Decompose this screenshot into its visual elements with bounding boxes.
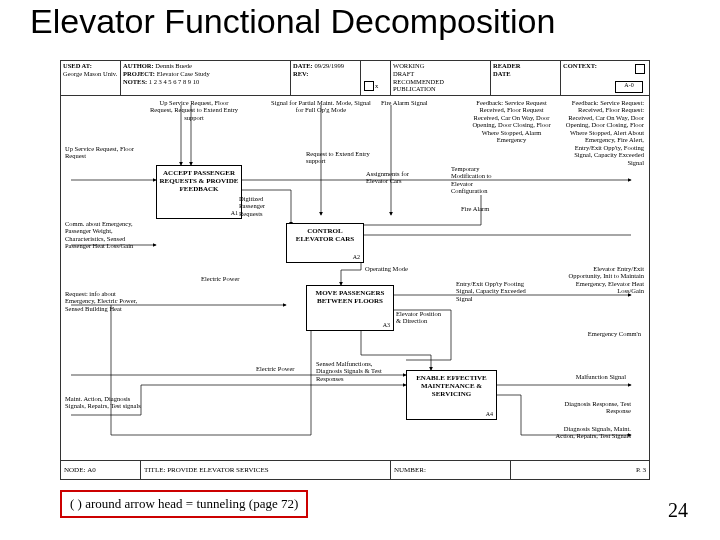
lbl-firealarm: Fire Alarm Signal — [381, 99, 451, 106]
hdr-project: Elevator Case Study — [157, 70, 210, 77]
lbl-opmode: Operating Mode — [365, 265, 410, 272]
hdr-recommended: RECOMMENDED — [393, 78, 488, 86]
lbl-electric: Electric Power — [201, 275, 241, 282]
hdr-project-label: PROJECT: — [123, 70, 155, 77]
diagram-canvas: ACCEPT PASSENGER REQUESTS & PROVIDE FEED… — [61, 95, 649, 461]
lbl-entryexit: Entry/Exit Opp'ty Footing Signal, Capaci… — [456, 280, 526, 302]
idef0-diagram: USED AT: George Mason Univ. AUTHOR: Denn… — [60, 60, 650, 480]
hdr-context: CONTEXT: — [563, 62, 597, 69]
lbl-electric2: Electric Power — [256, 365, 296, 372]
fn-a4-id: A4 — [486, 411, 493, 418]
lbl-firealarm2: Fire Alarm — [461, 205, 501, 212]
hdr-publication: PUBLICATION — [393, 85, 488, 93]
context-a0: A-0 — [615, 81, 643, 93]
lbl-upservice-top: Up Service Request, Floor Request, Reque… — [149, 99, 239, 121]
lbl-malfn: Malfunction Signal — [566, 373, 626, 380]
context-box-icon — [635, 64, 645, 74]
fn-a1-label: ACCEPT PASSENGER REQUESTS & PROVIDE FEED… — [160, 169, 239, 193]
hdr-author-label: AUTHOR: — [123, 62, 154, 69]
lbl-upservice2: Up Service Request, Floor Request — [65, 145, 140, 160]
lbl-emcomm: Emergency Comm'n — [581, 330, 641, 337]
fn-a2-label: CONTROL ELEVATOR CARS — [296, 227, 355, 243]
lbl-entryexit2: Elevator Entry/Exit Opportunity, Init to… — [566, 265, 644, 295]
ftr-page: P. 3 — [636, 466, 646, 474]
hdr-author: Dennis Buede — [155, 62, 192, 69]
hdr-date2: DATE — [493, 70, 558, 78]
ftr-node-label: NODE: — [64, 466, 85, 474]
lbl-diagsig: Diagnosis Signals, Maint. Action, Repair… — [551, 425, 631, 440]
lbl-tempmod: Temporary Modification to Elevator Confi… — [451, 165, 511, 195]
ftr-title: PROVIDE ELEVATOR SERVICES — [167, 466, 268, 474]
hdr-notes-label: NOTES: — [123, 78, 147, 85]
draft-checkbox-icon — [364, 81, 374, 91]
fn-a1-id: A1 — [231, 210, 238, 217]
lbl-comm: Comm. about Emergency, Passenger Weight,… — [65, 220, 145, 250]
lbl-signal-maint: Signal for Partial Maint. Mode, Signal f… — [271, 99, 371, 114]
fn-a3-id: A3 — [383, 322, 390, 329]
fn-a2-id: A2 — [353, 254, 360, 261]
lbl-maint: Maint. Action, Diagnosis Signals, Repair… — [65, 395, 145, 410]
draft-x: x — [375, 82, 378, 90]
hdr-usedat: George Mason Univ. — [63, 70, 117, 77]
hdr-notes: 1 2 3 4 5 6 7 8 9 10 — [149, 78, 199, 85]
lbl-diagresp: Diagnosis Response, Test Response — [551, 400, 631, 415]
hdr-date-label: DATE: — [293, 62, 313, 69]
fn-box-a2: CONTROL ELEVATOR CARS A2 — [286, 223, 364, 263]
lbl-assignments: Assignments for Elevator Cars — [366, 170, 421, 185]
hdr-draft: DRAFT — [393, 70, 488, 78]
hdr-reader: READER — [493, 62, 558, 70]
footnote-box: ( ) around arrow head = tunneling (page … — [60, 490, 308, 518]
diagram-header: USED AT: George Mason Univ. AUTHOR: Denn… — [61, 61, 649, 96]
slide-title: Elevator Functional Decomposition — [30, 2, 555, 41]
hdr-working: WORKING — [393, 62, 488, 70]
fn-a3-label: MOVE PASSENGERS BETWEEN FLOORS — [316, 289, 385, 305]
hdr-usedat-label: USED AT: — [63, 62, 92, 69]
fn-a4-label: ENABLE EFFECTIVE MAINTENANCE & SERVICING — [416, 374, 487, 398]
ftr-node: A0 — [87, 466, 96, 474]
fn-box-a1: ACCEPT PASSENGER REQUESTS & PROVIDE FEED… — [156, 165, 242, 219]
lbl-feedback: Feedback: Service Request Received, Floo… — [469, 99, 554, 144]
slide-number: 24 — [668, 499, 688, 522]
fn-box-a4: ENABLE EFFECTIVE MAINTENANCE & SERVICING… — [406, 370, 497, 420]
lbl-elevpos: Elevator Position & Direction — [396, 310, 441, 325]
lbl-reqextend: Request to Extend Entry support — [306, 150, 376, 165]
lbl-sensed: Sensed Malfunctions, Diagnosis Signals &… — [316, 360, 396, 382]
lbl-req-info: Request: info about Emergency, Electric … — [65, 290, 145, 312]
diagram-footer: NODE: A0 TITLE: PROVIDE ELEVATOR SERVICE… — [61, 460, 649, 479]
lbl-digitized: Digitized Passenger Requests — [239, 195, 284, 217]
ftr-title-label: TITLE: — [144, 466, 165, 474]
hdr-rev-label: REV: — [293, 70, 308, 77]
ftr-number-label: NUMBER: — [394, 466, 426, 474]
fn-box-a3: MOVE PASSENGERS BETWEEN FLOORS A3 — [306, 285, 394, 331]
lbl-feedback2: Feedback: Service Request: Received, Flo… — [559, 99, 644, 166]
hdr-date: 09/29/1999 — [314, 62, 344, 69]
